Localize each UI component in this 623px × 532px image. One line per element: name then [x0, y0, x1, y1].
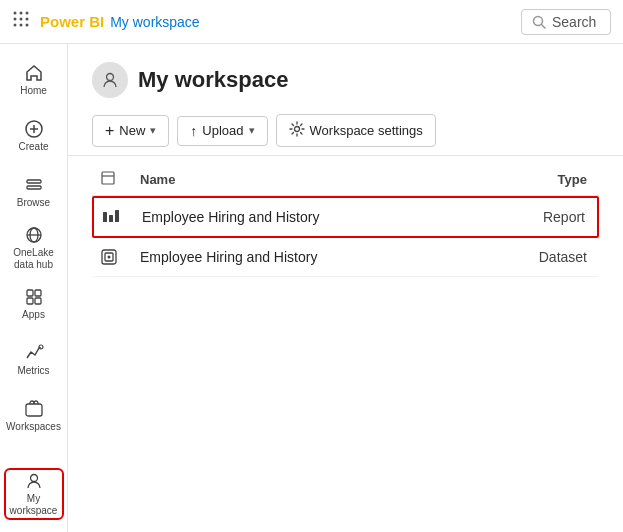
upload-button-label: Upload — [202, 123, 243, 138]
apps-icon — [24, 287, 44, 307]
main-layout: Home Create Browse OneLake data hub — [0, 44, 623, 532]
svg-point-25 — [30, 475, 37, 482]
svg-point-4 — [20, 18, 23, 21]
sidebar-item-create-label: Create — [18, 141, 48, 153]
sidebar-item-browse-label: Browse — [17, 197, 50, 209]
browse-icon — [24, 175, 44, 195]
my-workspace-icon — [24, 471, 44, 491]
workspace-link[interactable]: My workspace — [110, 14, 199, 30]
metrics-icon — [24, 343, 44, 363]
sidebar: Home Create Browse OneLake data hub — [0, 44, 68, 532]
svg-point-8 — [26, 24, 29, 27]
svg-line-10 — [542, 24, 546, 28]
workspace-title: My workspace — [138, 67, 288, 93]
svg-rect-30 — [103, 212, 107, 222]
upload-chevron-icon: ▾ — [249, 124, 255, 137]
sidebar-item-onelake[interactable]: OneLake data hub — [4, 222, 64, 274]
table-header-icon-col — [100, 170, 140, 189]
upload-icon: ↑ — [190, 123, 197, 139]
svg-point-26 — [107, 74, 114, 81]
sidebar-item-apps[interactable]: Apps — [4, 278, 64, 330]
svg-point-0 — [14, 12, 17, 15]
svg-rect-32 — [115, 210, 119, 222]
svg-rect-31 — [109, 215, 113, 222]
table-header-type: Type — [501, 172, 591, 187]
svg-point-7 — [20, 24, 23, 27]
workspaces-icon — [24, 399, 44, 419]
svg-rect-20 — [35, 290, 41, 296]
workspace-header: My workspace — [68, 44, 623, 106]
sidebar-item-browse[interactable]: Browse — [4, 166, 64, 218]
svg-rect-19 — [27, 290, 33, 296]
row-type-1: Report — [499, 209, 589, 225]
svg-point-6 — [14, 24, 17, 27]
home-icon — [24, 63, 44, 83]
settings-button-label: Workspace settings — [310, 123, 423, 138]
svg-point-2 — [26, 12, 29, 15]
sidebar-item-workspaces-label: Workspaces — [6, 421, 61, 433]
content-area: My workspace + New ▾ ↑ Upload ▾ — [68, 44, 623, 532]
topbar: Power BI My workspace Search — [0, 0, 623, 44]
onelake-icon — [24, 225, 44, 245]
sidebar-item-myworkspace[interactable]: My workspace — [4, 468, 64, 520]
new-chevron-icon: ▾ — [150, 124, 156, 137]
workspace-settings-button[interactable]: Workspace settings — [276, 114, 436, 147]
create-icon — [24, 119, 44, 139]
svg-rect-22 — [35, 298, 41, 304]
new-button-label: New — [119, 123, 145, 138]
table-header: Name Type — [92, 164, 599, 196]
new-button[interactable]: + New ▾ — [92, 115, 169, 147]
row-name-1: Employee Hiring and History — [142, 209, 499, 225]
toolbar: + New ▾ ↑ Upload ▾ Workspace settings — [68, 106, 623, 156]
search-box[interactable]: Search — [521, 9, 611, 35]
svg-point-3 — [14, 18, 17, 21]
table-row[interactable]: Employee Hiring and History Report — [92, 196, 599, 238]
sidebar-item-create[interactable]: Create — [4, 110, 64, 162]
sidebar-item-workspaces[interactable]: Workspaces — [4, 390, 64, 442]
row-report-icon — [102, 208, 142, 226]
row-dataset-icon — [100, 248, 140, 266]
row-type-2: Dataset — [501, 249, 591, 265]
svg-point-35 — [108, 256, 111, 259]
sidebar-item-myworkspace-label: My workspace — [10, 493, 58, 517]
plus-icon: + — [105, 122, 114, 140]
sidebar-item-home[interactable]: Home — [4, 54, 64, 106]
upload-button[interactable]: ↑ Upload ▾ — [177, 116, 267, 146]
search-icon — [532, 15, 546, 29]
sidebar-item-metrics[interactable]: Metrics — [4, 334, 64, 386]
svg-point-1 — [20, 12, 23, 15]
sidebar-item-onelake-label: OneLake data hub — [13, 247, 54, 271]
table-row[interactable]: Employee Hiring and History Dataset — [92, 238, 599, 277]
search-label: Search — [552, 14, 596, 30]
row-name-2: Employee Hiring and History — [140, 249, 501, 265]
brand-name: Power BI — [40, 13, 104, 30]
sidebar-item-metrics-label: Metrics — [17, 365, 49, 377]
table-area: Name Type Employee Hiring and History Re… — [68, 156, 623, 532]
svg-rect-24 — [26, 404, 42, 416]
sidebar-item-apps-label: Apps — [22, 309, 45, 321]
gear-icon — [289, 121, 305, 140]
svg-point-5 — [26, 18, 29, 21]
grid-icon[interactable] — [12, 10, 30, 33]
table-header-name: Name — [140, 172, 501, 187]
sidebar-item-home-label: Home — [20, 85, 47, 97]
svg-rect-21 — [27, 298, 33, 304]
workspace-avatar — [92, 62, 128, 98]
svg-rect-14 — [27, 180, 41, 183]
svg-rect-15 — [27, 186, 41, 189]
workspace-user-icon — [100, 70, 120, 90]
svg-point-27 — [294, 127, 299, 132]
svg-rect-28 — [102, 172, 114, 184]
